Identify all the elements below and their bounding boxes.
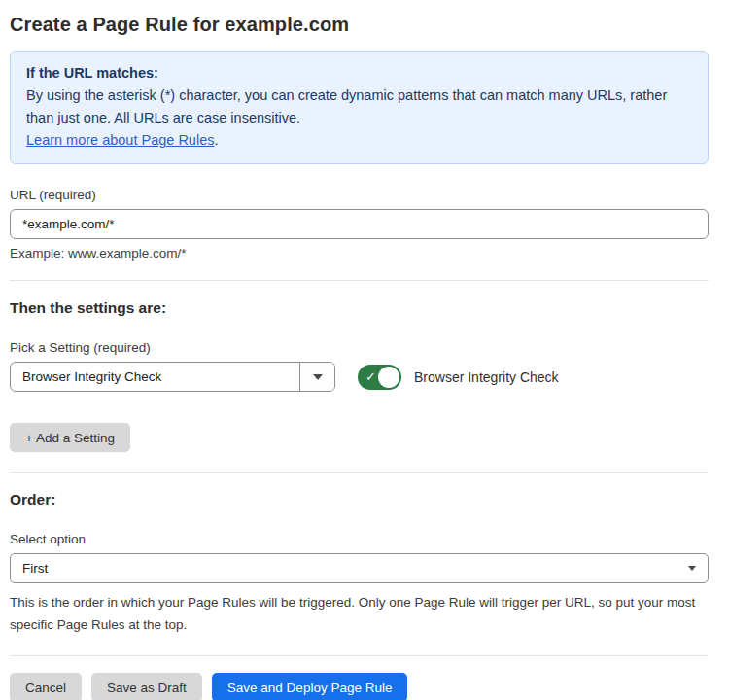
setting-row: Browser Integrity Check ✓ Browser Integr… (10, 362, 709, 392)
info-box-body: By using the asterisk (*) character, you… (26, 85, 692, 129)
url-match-info-box: If the URL matches: By using the asteris… (10, 51, 709, 164)
browser-integrity-toggle[interactable]: ✓ (358, 365, 401, 390)
create-page-rule-panel: Create a Page Rule for example.com If th… (0, 0, 729, 700)
save-deploy-button[interactable]: Save and Deploy Page Rule (212, 673, 408, 700)
order-select[interactable]: First (10, 553, 709, 583)
url-field-label: URL (required) (10, 188, 709, 202)
info-box-heading: If the URL matches: (26, 62, 692, 85)
setting-dropdown[interactable]: Browser Integrity Check (10, 362, 335, 392)
divider-url-settings (10, 280, 709, 281)
page-title: Create a Page Rule for example.com (10, 14, 709, 36)
chevron-down-icon (313, 374, 323, 380)
order-select-value: First (22, 561, 688, 576)
add-setting-button[interactable]: + Add a Setting (10, 423, 130, 452)
chevron-down-icon (688, 566, 696, 571)
order-select-label: Select option (10, 532, 709, 546)
footer-actions: Cancel Save as Draft Save and Deploy Pag… (10, 673, 709, 700)
url-input[interactable] (10, 209, 709, 239)
info-box-link-line: Learn more about Page Rules. (26, 129, 692, 152)
settings-section-heading: Then the settings are: (10, 299, 709, 317)
learn-more-link[interactable]: Learn more about Page Rules (26, 132, 214, 148)
order-hint: This is the order in which your Page Rul… (10, 591, 709, 636)
cancel-button[interactable]: Cancel (10, 673, 82, 700)
link-suffix: . (214, 132, 218, 148)
divider-footer (10, 655, 709, 656)
toggle-label: Browser Integrity Check (414, 369, 559, 385)
toggle-knob (378, 367, 399, 388)
order-section-heading: Order: (10, 491, 709, 508)
url-example-hint: Example: www.example.com/* (10, 246, 709, 261)
setting-dropdown-arrow-button[interactable] (299, 363, 334, 391)
pick-setting-label: Pick a Setting (required) (10, 340, 709, 355)
check-icon: ✓ (365, 370, 376, 383)
save-draft-button[interactable]: Save as Draft (91, 673, 202, 700)
setting-dropdown-value: Browser Integrity Check (11, 363, 299, 391)
divider-settings-order (10, 472, 709, 472)
